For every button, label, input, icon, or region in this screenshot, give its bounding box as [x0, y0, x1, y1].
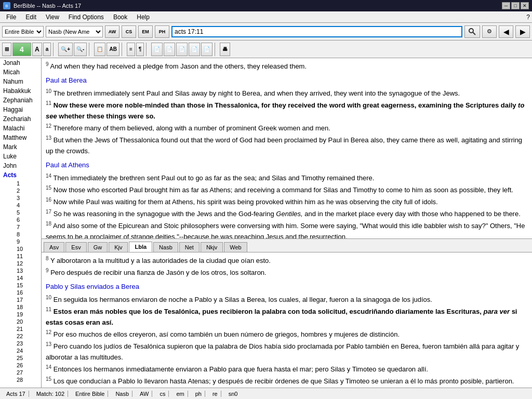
- chapter-26[interactable]: 26: [6, 362, 41, 369]
- tb2-copy-button[interactable]: 📋: [94, 43, 105, 56]
- bottom-verse-num-11: 11: [46, 307, 51, 312]
- chapter-18[interactable]: 18: [6, 303, 41, 311]
- tb2-ab-button[interactable]: AB: [107, 43, 119, 56]
- tab-kjv[interactable]: Kjv: [109, 242, 128, 252]
- help-icon[interactable]: ?: [526, 14, 530, 21]
- svg-line-1: [473, 32, 475, 35]
- aw-button[interactable]: AW: [105, 25, 119, 38]
- chapter-17[interactable]: 17: [6, 296, 41, 303]
- tb2-font-up-button[interactable]: A: [32, 43, 42, 56]
- chapter-4[interactable]: 4: [6, 202, 41, 209]
- verse-10: 10 The brethren immediately sent Paul an…: [46, 87, 528, 99]
- version-select[interactable]: Nasb (New Ame KJV ESV: [46, 26, 103, 37]
- menu-book[interactable]: Book: [109, 12, 131, 22]
- menu-file[interactable]: File: [2, 12, 20, 22]
- book-item-zechariah[interactable]: Zechariah: [0, 114, 41, 124]
- verse-num-13: 13: [46, 135, 51, 141]
- chapter-23[interactable]: 23: [6, 340, 41, 347]
- tab-nasb[interactable]: Nasb: [153, 242, 178, 252]
- close-button[interactable]: ✕: [521, 2, 529, 9]
- chapter-7[interactable]: 7: [6, 223, 41, 231]
- chapter-13[interactable]: 13: [6, 267, 41, 274]
- title-bar: B BerBible -- Nasb -- Acts 17 ─ □ ✕: [0, 0, 532, 11]
- tb2-list-button[interactable]: ≡: [127, 43, 135, 56]
- tab-gw[interactable]: Gw: [88, 242, 108, 252]
- tb2-zoom-out-button[interactable]: 🔍-: [74, 43, 87, 56]
- tb2-book5-button[interactable]: 📄: [201, 43, 212, 56]
- search-button[interactable]: [464, 25, 480, 38]
- verse11-rest: whether these things were so.: [57, 112, 155, 120]
- book-item-mark[interactable]: Mark: [0, 142, 41, 152]
- ph-button[interactable]: PH: [155, 25, 169, 38]
- tab-web[interactable]: Web: [224, 242, 247, 252]
- chapter-16[interactable]: 16: [6, 289, 41, 296]
- menu-view[interactable]: View: [42, 12, 63, 22]
- chapter-24[interactable]: 24: [6, 347, 41, 354]
- book-item-malachi[interactable]: Malachi: [0, 124, 41, 133]
- chapter-20[interactable]: 20: [6, 318, 41, 325]
- tab-nkjv[interactable]: Nkjv: [201, 242, 223, 252]
- book-item-zephaniah[interactable]: Zephaniah: [0, 96, 41, 105]
- tb2-book1-button[interactable]: 📄: [151, 43, 163, 56]
- minimize-button[interactable]: ─: [502, 2, 510, 9]
- chapter-19[interactable]: 19: [6, 311, 41, 318]
- tab-esv[interactable]: Esv: [65, 242, 86, 252]
- chapter-9[interactable]: 9: [6, 238, 41, 245]
- chapter-28[interactable]: 28: [6, 376, 41, 383]
- search-input[interactable]: acts 17:11: [171, 26, 462, 37]
- menu-find-options[interactable]: Find Options: [64, 12, 108, 22]
- book-item-jonah[interactable]: Jonah: [0, 58, 41, 68]
- tab-asv[interactable]: Asv: [44, 242, 64, 252]
- app-icon: B: [3, 2, 10, 9]
- bottom-verse-9: 9 Pero después de recibir una fianza de …: [46, 267, 528, 278]
- cs-button[interactable]: CS: [122, 25, 136, 38]
- em-button[interactable]: EM: [138, 25, 153, 38]
- chapter-3[interactable]: 3: [6, 194, 41, 202]
- tab-net[interactable]: Net: [179, 242, 200, 252]
- menu-help[interactable]: Help: [132, 12, 154, 22]
- tb2-para-button[interactable]: ¶: [136, 43, 144, 56]
- options-button[interactable]: ⚙: [482, 25, 497, 38]
- book-item-habakkuk[interactable]: Habakkuk: [0, 86, 41, 96]
- tb2-zoom-in-button[interactable]: 🔍+: [58, 43, 73, 56]
- chapter-5[interactable]: 5: [6, 209, 41, 216]
- book-item-haggai[interactable]: Haggai: [0, 105, 41, 114]
- tab-lbla[interactable]: Lbla: [129, 242, 152, 252]
- chapter-6[interactable]: 6: [6, 216, 41, 223]
- tb2-font-down-button[interactable]: a: [43, 43, 51, 56]
- book-item-nahum[interactable]: Nahum: [0, 77, 41, 86]
- menu-edit[interactable]: Edit: [21, 12, 41, 22]
- chapter-21[interactable]: 21: [6, 325, 41, 332]
- tb2-book4-button[interactable]: 📄: [189, 43, 200, 56]
- chapter-1[interactable]: 1: [6, 180, 41, 187]
- top-bible-panel[interactable]: 9 And when they had received a pledge fr…: [42, 58, 532, 239]
- chapter-11[interactable]: 11: [6, 252, 41, 260]
- chapter-25[interactable]: 25: [6, 354, 41, 362]
- tb2-print-button[interactable]: 🖶: [220, 43, 230, 56]
- chapter-10[interactable]: 10: [6, 245, 41, 252]
- search-scope-select[interactable]: Entire Bible OT NT: [2, 26, 44, 37]
- chapter-27[interactable]: 27: [6, 369, 41, 376]
- bottom-spanish-panel[interactable]: 8 Y alborotaron a la multitud y a las au…: [42, 252, 532, 388]
- tb2-4-button[interactable]: 4: [12, 43, 31, 56]
- status-sn: sn0: [225, 391, 241, 397]
- chapter-22[interactable]: 22: [6, 332, 41, 340]
- book-item-micah[interactable]: Micah: [0, 68, 41, 77]
- back-button[interactable]: ◀: [499, 25, 513, 38]
- maximize-button[interactable]: □: [511, 2, 520, 9]
- chapter-2[interactable]: 2: [6, 187, 41, 194]
- book-item-matthew[interactable]: Matthew: [0, 133, 41, 142]
- chapter-14[interactable]: 14: [6, 274, 41, 282]
- tb2-book2-button[interactable]: 📄: [164, 43, 175, 56]
- tb2-book3-button[interactable]: 📄: [176, 43, 188, 56]
- book-item-luke[interactable]: Luke: [0, 152, 41, 161]
- chapter-12[interactable]: 12: [6, 260, 41, 267]
- forward-button[interactable]: ▶: [515, 25, 530, 38]
- tb2-grid-button[interactable]: ⊞: [2, 43, 11, 56]
- book-item-acts[interactable]: Acts: [0, 170, 41, 180]
- book-item-john[interactable]: John: [0, 161, 41, 170]
- chapter-8[interactable]: 8: [6, 231, 41, 238]
- tb2-separator1: [53, 43, 56, 56]
- chapter-15[interactable]: 15: [6, 282, 41, 289]
- verse-num-10: 10: [46, 88, 51, 94]
